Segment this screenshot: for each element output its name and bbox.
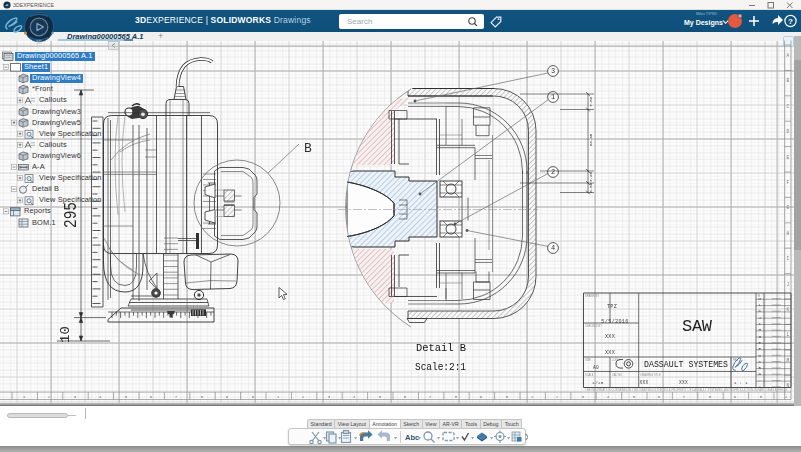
svg-text:B: B [759, 365, 762, 370]
svg-text:C: C [759, 359, 762, 364]
svg-text:B: B [304, 141, 312, 156]
svg-text:H: H [786, 231, 789, 236]
svg-text:L: L [759, 302, 762, 307]
svg-text:1 : 1: 1 : 1 [734, 381, 748, 385]
svg-text:6: 6 [658, 395, 661, 399]
svg-text:2: 2 [48, 395, 51, 399]
svg-text:9: 9 [226, 395, 229, 399]
svg-text:2: 2 [302, 395, 305, 399]
svg-text:TPZ: TPZ [607, 304, 617, 310]
svg-text:5: 5 [379, 395, 382, 399]
svg-text:5/5/2016: 5/5/2016 [601, 319, 628, 325]
svg-text:7.52: 7.52 [589, 96, 593, 107]
svg-text:8: 8 [455, 395, 458, 399]
svg-text:SIZE: SIZE [585, 358, 591, 362]
svg-text:SCALE: SCALE [585, 373, 594, 377]
svg-text:4: 4 [607, 395, 610, 399]
svg-text:Detail B: Detail B [416, 341, 466, 354]
svg-text:8: 8 [201, 395, 204, 399]
svg-text:5.58: 5.58 [589, 182, 593, 193]
svg-text:1: 1 [277, 395, 280, 399]
svg-text:G: G [786, 205, 789, 210]
svg-text:F: F [786, 180, 789, 185]
svg-text:E: E [786, 155, 789, 160]
svg-text:6: 6 [404, 395, 407, 399]
svg-text:0: 0 [252, 395, 255, 399]
svg-text:R: R [758, 294, 760, 298]
svg-text:CHECKED BY: CHECKED BY [585, 324, 602, 328]
svg-text:2: 2 [556, 395, 559, 399]
svg-text:H: H [759, 327, 762, 332]
svg-text:1/25: 1/25 [592, 381, 603, 385]
svg-text:Abc: Abc [405, 432, 419, 441]
svg-text:3D: 3D [36, 39, 43, 45]
svg-text:1: 1 [785, 395, 788, 399]
svg-text:SAW: SAW [682, 317, 713, 336]
svg-text:THE INFORMATION CONTAINED IN T: THE INFORMATION CONTAINED IN THIS DRAWIN… [585, 388, 788, 392]
svg-text:A: A [786, 53, 789, 58]
svg-text:D: D [786, 129, 789, 134]
svg-text:I: I [759, 321, 762, 326]
svg-text:I: I [786, 256, 789, 261]
svg-text:XXX: XXX [679, 380, 688, 385]
svg-text:B: B [786, 78, 789, 83]
svg-text:3: 3 [74, 395, 77, 399]
svg-text:3: 3 [328, 395, 331, 399]
svg-text:5: 5 [125, 395, 128, 399]
svg-text:CAD NO.: CAD NO. [612, 373, 623, 377]
svg-text:1: 1 [531, 395, 534, 399]
svg-text:XXX: XXX [605, 334, 616, 340]
svg-text:7: 7 [175, 395, 178, 399]
svg-text:K: K [786, 307, 789, 312]
svg-text:9: 9 [480, 395, 483, 399]
svg-text:J: J [759, 315, 762, 320]
svg-text:1: 1 [23, 395, 26, 399]
svg-text:9: 9 [734, 395, 737, 399]
svg-text:7: 7 [683, 395, 686, 399]
svg-text:0: 0 [760, 395, 763, 399]
svg-text:K: K [759, 308, 762, 313]
svg-text:1: 1 [551, 93, 555, 101]
svg-text:4: 4 [99, 395, 102, 399]
svg-text:~: ~ [759, 378, 762, 383]
svg-text:3: 3 [551, 67, 555, 75]
svg-text:7: 7 [429, 395, 432, 399]
svg-text:4: 4 [551, 244, 555, 252]
svg-text:23.45: 23.45 [589, 133, 593, 146]
svg-text:3: 3 [582, 395, 585, 399]
svg-text:F: F [759, 340, 762, 345]
svg-text:6: 6 [150, 395, 153, 399]
svg-text:Scale:2:1: Scale:2:1 [415, 360, 466, 373]
svg-text:E: E [759, 346, 762, 351]
svg-text:0: 0 [506, 395, 509, 399]
svg-text:XXX: XXX [605, 350, 616, 356]
svg-text:7.26: 7.26 [589, 171, 593, 182]
svg-text:8: 8 [709, 395, 712, 399]
svg-text:4: 4 [353, 395, 356, 399]
svg-text:L: L [786, 332, 789, 337]
svg-text:DRAWING TITLE: DRAWING TITLE [641, 373, 661, 377]
svg-text:DRAWN BY: DRAWN BY [585, 294, 599, 298]
svg-text:A0: A0 [593, 365, 599, 370]
svg-text:D: D [759, 353, 762, 358]
svg-text:A: A [759, 371, 762, 376]
svg-text:10: 10 [58, 326, 73, 343]
svg-text:2: 2 [551, 168, 555, 176]
svg-text:DASSAULT SYSTEMES: DASSAULT SYSTEMES [644, 360, 728, 370]
svg-text:5: 5 [633, 395, 636, 399]
svg-text:J: J [786, 282, 789, 287]
svg-text:C: C [786, 104, 789, 109]
svg-text:G: G [759, 334, 762, 339]
svg-text:XXX: XXX [639, 380, 648, 385]
